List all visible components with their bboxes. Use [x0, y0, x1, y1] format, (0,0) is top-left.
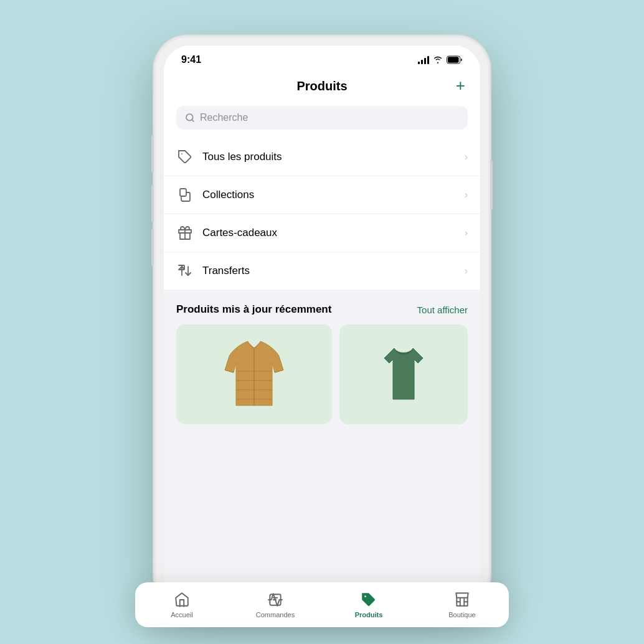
menu-item-collections[interactable]: Collections ›	[164, 176, 480, 214]
menu-item-gift-cards[interactable]: Cartes-cadeaux ›	[164, 214, 480, 252]
nav-label-home: Accueil	[171, 611, 192, 618]
menu-list: Tous les produits › Collections ›	[164, 138, 480, 290]
menu-label-gift-cards: Cartes-cadeaux	[202, 227, 465, 239]
bottom-nav: Accueil Commandes Produits	[135, 582, 509, 627]
nav-label-store: Boutique	[448, 611, 475, 618]
nav-label-products: Produits	[355, 611, 383, 618]
chevron-right-icon-2: ›	[465, 189, 468, 201]
nav-label-orders: Commandes	[256, 611, 295, 618]
jacket-image	[176, 324, 332, 424]
orders-icon	[267, 591, 284, 608]
tshirt-image	[339, 324, 468, 424]
menu-item-all-products[interactable]: Tous les produits ›	[164, 138, 480, 176]
transfer-icon	[176, 262, 194, 280]
menu-label-collections: Collections	[202, 189, 465, 201]
gift-icon	[176, 224, 194, 242]
menu-item-transfers[interactable]: Transferts ›	[164, 252, 480, 290]
products-icon	[360, 591, 377, 608]
signal-icon	[418, 55, 429, 64]
phone-screen: 9:41	[164, 45, 480, 599]
nav-item-home[interactable]: Accueil	[135, 591, 229, 618]
store-icon	[453, 591, 471, 608]
svg-line-3	[192, 120, 194, 121]
search-bar[interactable]: Recherche	[176, 106, 468, 130]
menu-label-all-products: Tous les produits	[202, 151, 465, 163]
gray-section: Produits mis à jour récemment Tout affic…	[164, 290, 480, 599]
chevron-right-icon-4: ›	[465, 265, 468, 277]
svg-rect-5	[180, 189, 186, 196]
search-container: Recherche	[164, 100, 480, 138]
menu-label-transfers: Transferts	[202, 265, 465, 277]
page-header: Produits +	[164, 70, 480, 100]
recent-title: Produits mis à jour récemment	[176, 303, 331, 316]
status-bar: 9:41	[164, 45, 480, 70]
svg-rect-1	[448, 57, 459, 62]
nav-item-orders[interactable]: Commandes	[229, 591, 322, 618]
product-card-tshirt[interactable]	[339, 324, 468, 424]
nav-item-products[interactable]: Produits	[322, 591, 415, 618]
search-placeholder: Recherche	[200, 112, 248, 123]
recent-header: Produits mis à jour récemment Tout affic…	[164, 290, 480, 324]
add-button[interactable]: +	[456, 77, 465, 93]
status-time: 9:41	[181, 54, 201, 65]
wifi-icon	[433, 56, 443, 64]
tshirt-illustration	[376, 343, 432, 405]
products-grid	[164, 324, 480, 424]
home-icon	[173, 591, 191, 608]
status-icons	[418, 55, 463, 64]
page-title: Produits	[296, 79, 347, 93]
chevron-right-icon-3: ›	[465, 227, 468, 239]
nav-item-store[interactable]: Boutique	[415, 591, 509, 618]
view-all-link[interactable]: Tout afficher	[417, 305, 468, 315]
phone-wrapper: 9:41	[154, 36, 490, 608]
chevron-right-icon: ›	[465, 151, 468, 163]
search-icon	[185, 113, 195, 123]
tag-icon	[176, 148, 194, 166]
battery-icon	[447, 55, 463, 64]
product-card-jacket[interactable]	[176, 324, 332, 424]
jacket-illustration	[220, 334, 288, 415]
collection-icon	[176, 186, 194, 204]
